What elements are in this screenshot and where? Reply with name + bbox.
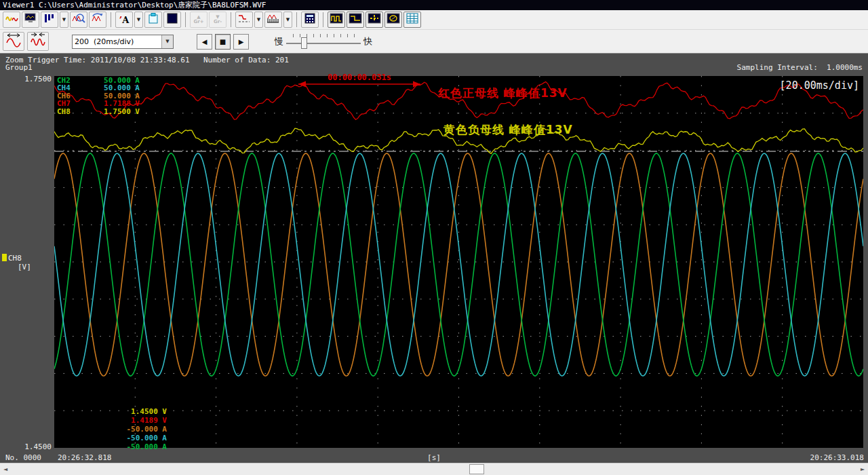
channel-marker [2,254,7,261]
play-forward-icon: ▶ [239,38,244,45]
zoom-trigger-time: Zoom Trigger Time: 2011/10/08 21:33:48.6… [5,56,190,64]
channel-bottom-values: 1.4500 V1.4189 V-50.000 A-50.000 A-50.00… [85,408,167,451]
number-of-data: Number of Data: 201 [203,56,289,64]
stop-icon: ■ [220,38,226,45]
toolbar-separator [185,12,186,27]
window-step-button[interactable] [347,12,364,28]
scale-axis-icon [267,13,280,26]
calculator-icon [303,13,317,26]
window-title: Viewer1 C:\Users\Administrator\Desktop\唐… [0,0,868,10]
waveform-panel: Zoom Trigger Time: 2011/10/08 21:33:48.6… [0,54,868,463]
speed-slider[interactable] [286,33,361,50]
group-up-button: ▲Gr+ [190,12,208,28]
measure-time-label: 00:00:00.031s [298,73,420,82]
window-waveform-icon [330,13,343,26]
toolbar-separator [111,12,111,27]
annotation-text-button[interactable]: ’A [115,12,133,28]
channel-bars-icon [43,13,56,26]
window-list-button[interactable] [403,12,421,28]
y-axis-top-label: 1.7500 [19,75,52,83]
toolbar-separator [323,12,323,27]
chevron-down-icon: ▼ [257,17,260,22]
monitor-icon [24,13,37,26]
color-swatch-button[interactable] [163,12,181,28]
zoom-range-value: 200 (20ms/div) [73,37,161,46]
open-waveform-button[interactable] [3,12,20,28]
group-up-icon: ▲Gr+ [193,15,203,24]
color-swatch-icon [165,13,179,26]
group-down-button: ▼Gr- [209,12,226,28]
channel-bars-dropdown[interactable]: ▼ [60,12,68,28]
refresh-wave-icon [91,13,104,26]
axis-channel-label: CH8 [8,254,22,263]
slow-label: 慢 [275,35,283,48]
group-down-icon: ▼Gr- [214,15,222,24]
display-trace-icon [237,13,251,26]
horizontal-scrollbar[interactable]: ◄ ► [0,463,868,475]
toolbar-separator [296,12,297,27]
annotation-text-dropdown[interactable]: ▼ [134,12,143,28]
slider-thumb[interactable] [301,37,307,49]
legend-channel-name: CH7 [57,100,71,107]
chevron-down-icon: ▼ [62,17,66,22]
clipboard-icon [146,13,160,26]
red-bus-annotation: 红色正母线 峰峰值13V [438,86,568,101]
scrollbar-thumb[interactable] [469,464,484,474]
calculator-button[interactable] [301,12,319,28]
play-backward-button[interactable]: ◀ [197,34,212,50]
time-per-div-label: [20.00ms/div] [780,79,859,92]
end-time: 20:26:33.018 [810,453,864,462]
window-split-button[interactable] [366,12,383,28]
scale-axis-dropdown[interactable]: ▼ [283,12,292,28]
channel-legend: CH250.000 ACH450.000 ACH650.000 ACH71.71… [57,77,140,115]
compress-time-button[interactable] [27,32,49,51]
play-forward-button[interactable]: ▶ [233,34,249,50]
display-trace-button[interactable] [235,12,253,28]
legend-channel-name: CH8 [57,108,71,115]
channel-bars-button[interactable] [41,12,58,28]
compress-time-icon [29,32,47,51]
zoom-wave-button[interactable] [70,12,87,28]
chevron-down-icon: ▼ [286,17,290,22]
chevron-down-icon: ▼ [165,39,169,44]
combobox-dropdown-button[interactable]: ▼ [161,35,173,48]
clipboard-button[interactable] [144,12,162,28]
scroll-right-arrow[interactable]: ► [857,463,868,475]
axis-unit-label: [V] [18,263,31,271]
bottom-value-row: 1.4189 V [85,417,167,425]
bottom-value-row: -50.000 A [85,434,167,443]
refresh-wave-button[interactable] [89,12,106,28]
zoom-toolbar: 200 (20ms/div) ▼ ◀ ■ ▶ 慢 快 [0,30,868,54]
window-list-icon [406,13,419,26]
window-waveform-button[interactable] [328,12,345,28]
window-step-icon [349,13,362,26]
zoom-range-combobox[interactable]: 200 (20ms/div) ▼ [72,35,174,49]
group-label: Group1 [5,63,33,72]
bottom-value-row: -50.000 A [85,425,167,434]
legend-row-ch7: CH71.7188 V [57,100,140,107]
toolbar-separator [231,12,231,27]
stop-button[interactable]: ■ [215,34,231,50]
main-toolbar: ▼ ’A ▼ ▲Gr+ ▼Gr- ▼ [0,10,868,30]
legend-row-ch8: CH81.7500 V [57,108,140,115]
yellow-bus-annotation: 黄色负母线 峰峰值13V [443,122,573,138]
bottom-value-row: 1.4500 V [85,408,167,417]
scroll-left-arrow[interactable]: ◄ [0,463,11,475]
plot-area[interactable]: CH250.000 ACH450.000 ACH650.000 ACH71.71… [54,76,863,448]
open-waveform-icon [5,13,18,26]
sampling-interval: Sampling Interval: 1.0000ms [737,63,863,72]
legend-channel-value: 1.7188 V [104,100,140,107]
status-bar: No. 0000 20:26:32.818 [s] 20:26:33.018 [0,449,868,463]
expand-time-button[interactable] [3,32,24,51]
play-backward-icon: ◀ [202,38,208,45]
legend-channel-value: 1.7500 V [104,108,140,115]
monitor-settings-button[interactable] [22,12,39,28]
display-trace-dropdown[interactable]: ▼ [254,12,263,28]
slider-track [286,43,361,44]
window-xy-button[interactable] [384,12,402,28]
zoom-wave-icon [72,13,85,26]
chevron-down-icon: ▼ [137,17,140,22]
scale-axis-button[interactable] [264,12,282,28]
window-split-icon [368,13,381,26]
window-xy-icon [387,13,400,26]
